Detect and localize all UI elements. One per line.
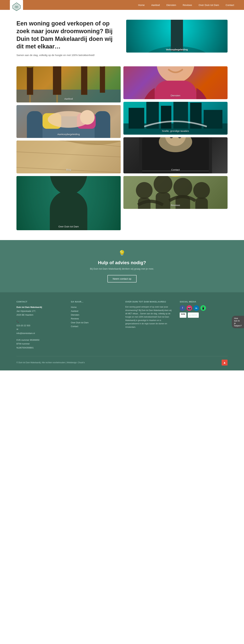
- tile-reviews[interactable]: Reviews: [124, 176, 228, 209]
- footer-social-heading: Social media: [180, 300, 227, 303]
- scroll-top-button[interactable]: ▲: [222, 360, 227, 366]
- footer-address: Jan Gijzenkade 177,: [17, 309, 64, 313]
- nwwi-badge: |||NWWI: [188, 312, 199, 318]
- svg-point-70: [173, 178, 192, 196]
- tile-contact[interactable]: Contact: [124, 137, 228, 174]
- footer-ga-naar-heading: Ga naar...: [71, 300, 119, 303]
- linkedin-icon[interactable]: in: [193, 305, 199, 311]
- footer-phone: 📞 023-20 22 503: [17, 320, 64, 328]
- hero-left: Een woning goed verkopen of op zoek naar…: [17, 20, 121, 56]
- footer-over-col: Over Duin tot Dam Makelaardij Een woning…: [125, 300, 173, 350]
- email-icon: ✉: [17, 328, 18, 331]
- tile-taxaties[interactable]: Snelle, grondige taxaties: [124, 102, 228, 135]
- nav-contact[interactable]: Contact: [225, 4, 234, 6]
- svg-rect-19: [100, 66, 105, 93]
- whatsapp-icon[interactable]: 📱: [200, 305, 206, 311]
- contact-button[interactable]: Neem contact op: [107, 275, 137, 282]
- footer-city: 2025 BE Haarlem: [17, 313, 64, 317]
- footer-social-col: Social media f 📷 in 📱 NVM |||NWWI: [180, 300, 227, 350]
- site-logo[interactable]: D|D: [10, 0, 23, 13]
- hero-right: Verkoopbegeleiding: [126, 20, 228, 52]
- footer-columns: Contact Duin tot Dam Makelaardij Jan Gij…: [17, 300, 227, 350]
- footer-btw: BTW-nummer: [17, 342, 64, 346]
- nav-over[interactable]: Over Duin tot Dam: [199, 4, 219, 6]
- facebook-icon[interactable]: f: [180, 305, 185, 311]
- footer-link-contact[interactable]: Contact: [71, 324, 119, 328]
- tile-label-verkoop: Verkoopbegeleiding: [166, 48, 188, 51]
- nav-links: Home Aanbod Diensten Reviews Over Duin t…: [138, 4, 234, 6]
- windmill-svg: [126, 20, 228, 52]
- hero-image-tile: Verkoopbegeleiding: [126, 20, 228, 52]
- svg-rect-39: [50, 191, 87, 230]
- contact-image: [124, 137, 228, 174]
- footer-contact-col: Contact Duin tot Dam Makelaardij Jan Gij…: [17, 300, 64, 350]
- footer-copyright: © Duin tot Dam Makelaardij. Alle rechten…: [17, 360, 227, 366]
- tile-over[interactable]: Over Duin tot Dam: [17, 176, 121, 230]
- tile-label-blog: Blog: [66, 168, 71, 171]
- footer-cta: 💡 Hulp of advies nodig? Bij Duin tot Dam…: [0, 240, 244, 292]
- svg-rect-69: [156, 192, 170, 209]
- phone-icon: 📞: [17, 320, 19, 324]
- over-image: [17, 176, 121, 230]
- nvm-badge: NVM: [180, 312, 186, 318]
- svg-point-66: [136, 182, 153, 199]
- svg-rect-17: [81, 66, 87, 95]
- instagram-icon[interactable]: 📷: [187, 305, 192, 311]
- svg-rect-15: [53, 66, 61, 95]
- nav-home[interactable]: Home: [138, 4, 145, 6]
- nav-diensten[interactable]: Diensten: [166, 4, 176, 6]
- footer-social-icons: f 📷 in 📱: [180, 305, 227, 311]
- footer-link-home[interactable]: Home: [71, 305, 119, 309]
- tile-diensten[interactable]: Diensten: [124, 66, 228, 99]
- footer-over-text: Een woning goed verkopen of op zoek naar…: [125, 305, 173, 329]
- footer-badges: NVM |||NWWI: [180, 312, 227, 318]
- footer-email: ✉ info@duintotdam.nl: [17, 328, 64, 335]
- footer-link-reviews[interactable]: Reviews: [71, 317, 119, 320]
- tile-label-reviews: Reviews: [171, 204, 180, 206]
- bulb-icon: 💡: [17, 250, 227, 257]
- svg-point-72: [193, 182, 210, 199]
- copyright-text: © Duin tot Dam Makelaardij. Alle rechten…: [17, 362, 85, 364]
- footer-link-diensten[interactable]: Diensten: [71, 313, 119, 317]
- nav-aanbod[interactable]: Aanbod: [151, 4, 160, 6]
- footer-link-aanbod[interactable]: Aanbod: [71, 309, 119, 313]
- svg-rect-45: [129, 108, 144, 129]
- tile-label-aanbod: Aanbod: [64, 97, 73, 100]
- svg-rect-13: [27, 66, 33, 95]
- svg-text:D|D: D|D: [15, 6, 18, 8]
- tile-label-kennis: Aankoopbegeleiding: [57, 133, 80, 136]
- tile-label-contact: Contact: [171, 168, 180, 171]
- tile-kennis[interactable]: Aankoopbegeleiding: [17, 105, 121, 138]
- cta-heading: Hulp of advies nodig?: [17, 260, 227, 265]
- logo-svg: D|D: [12, 2, 21, 11]
- footer-kvk: KVK-nummer 95306650: [17, 338, 64, 342]
- aanbod-image: [17, 66, 121, 102]
- footer-company-name: Duin tot Dam Makelaardij: [17, 305, 64, 309]
- nav-reviews[interactable]: Reviews: [183, 4, 192, 6]
- tile-blog[interactable]: Blog: [17, 140, 121, 174]
- svg-rect-51: [124, 134, 228, 135]
- hero-section: Een woning goed verkopen of op zoek naar…: [0, 10, 244, 63]
- tiles-left: Aanbod: [17, 66, 121, 230]
- tile-aanbod[interactable]: Aanbod: [17, 66, 121, 102]
- footer-contact-heading: Contact: [17, 300, 64, 303]
- footer-over-heading: Over Duin tot Dam Makelaardij: [125, 300, 173, 303]
- footer: Contact Duin tot Dam Makelaardij Jan Gij…: [0, 292, 244, 370]
- footer-link-over[interactable]: Over Duin tot Dam: [71, 321, 119, 324]
- cta-text: Bij Duin tot Dam Makelaardij denken wij …: [17, 267, 227, 270]
- tile-label-diensten: Diensten: [171, 94, 180, 97]
- footer-ga-naar-col: Ga naar... Home Aanbod Diensten Reviews …: [71, 300, 119, 350]
- svg-point-30: [80, 110, 95, 125]
- navbar: D|D Home Aanbod Diensten Reviews Over Du…: [0, 0, 244, 10]
- tiles-section: Aanbod: [0, 63, 244, 240]
- svg-rect-25: [27, 111, 42, 138]
- whatsapp-bubble[interactable]: Hoe kan ik je helpen?: [232, 316, 244, 328]
- svg-rect-26: [95, 111, 110, 138]
- hero-heading: Een woning goed verkopen of op zoek naar…: [17, 20, 118, 50]
- tile-label-taxaties: Snelle, grondige taxaties: [162, 130, 189, 132]
- tiles-right: Diensten: [124, 66, 228, 230]
- hero-subtext: Samen aan de slag, volledig op de hoogte…: [17, 54, 118, 56]
- whatsapp-label: Hoe kan ik je helpen?: [234, 317, 242, 327]
- svg-rect-47: [161, 106, 171, 128]
- tile-label-over: Over Duin tot Dam: [58, 225, 79, 228]
